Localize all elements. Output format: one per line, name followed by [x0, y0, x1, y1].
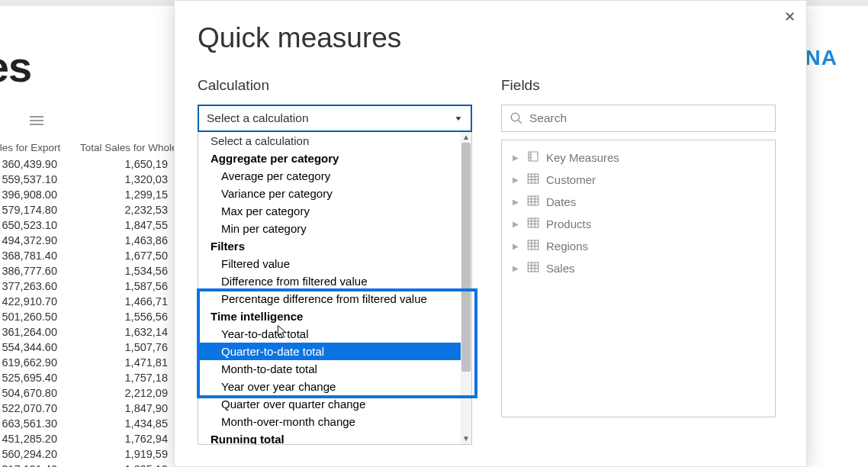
svg-rect-2 — [529, 152, 538, 161]
dropdown-item[interactable]: Month-over-month change — [198, 413, 461, 430]
expand-icon: ▶ — [513, 242, 520, 250]
svg-rect-6 — [528, 174, 538, 183]
table-icon — [526, 194, 540, 210]
dropdown-item[interactable]: Difference from filtered value — [198, 272, 461, 290]
dropdown-item[interactable]: Filtered value — [198, 255, 461, 272]
cell: 579,174.80 — [0, 202, 80, 217]
table-row: 361,264.001,632,14 — [0, 324, 198, 340]
scroll-up-icon[interactable]: ▲ — [461, 132, 471, 143]
field-tree-item[interactable]: ▶Customer — [502, 169, 775, 191]
table-row: 525,695.401,757,18 — [0, 370, 198, 385]
dropdown-group-header: Time intelligence — [198, 308, 461, 325]
dropdown-item[interactable]: Month-to-date total — [198, 360, 461, 378]
field-label: Dates — [546, 195, 576, 208]
fields-search[interactable] — [501, 105, 776, 132]
dropdown-scrollbar[interactable]: ▲ ▼ — [461, 132, 471, 444]
svg-line-1 — [519, 121, 522, 124]
table-row: 317,191.401,805,19 — [0, 462, 198, 467]
chevron-down-icon: ▼ — [454, 114, 463, 122]
field-tree-item[interactable]: ▶Dates — [502, 191, 775, 213]
cell: 368,781.40 — [0, 248, 80, 263]
dropdown-item[interactable]: Variance per category — [198, 185, 461, 202]
fields-label: Fields — [501, 77, 776, 94]
expand-icon: ▶ — [513, 176, 520, 184]
calculation-label: Calculation — [198, 77, 472, 94]
field-label: Key Measures — [546, 151, 619, 164]
combobox-value: Select a calculation — [207, 111, 309, 125]
table-icon — [526, 238, 540, 254]
cell: 360,439.90 — [0, 156, 80, 172]
dropdown-item[interactable]: Average per category — [198, 167, 461, 185]
svg-rect-16 — [528, 218, 538, 227]
search-input[interactable] — [529, 111, 767, 125]
scroll-down-icon[interactable]: ▼ — [461, 433, 471, 444]
cell: 504,670.80 — [0, 385, 80, 401]
table-row: 619,662.901,471,81 — [0, 355, 198, 370]
cell: 663,561.30 — [0, 416, 80, 431]
field-tree-item[interactable]: ▶Regions — [502, 235, 775, 257]
calculation-section: Calculation Select a calculation ▼ Selec… — [198, 77, 472, 132]
table-row: 386,777.601,534,56 — [0, 263, 198, 279]
calculation-combobox[interactable]: Select a calculation ▼ — [198, 105, 472, 132]
table-row: 650,523.101,847,55 — [0, 217, 198, 233]
cell: 317,191.40 — [0, 462, 80, 467]
table-row: 554,344.601,507,76 — [0, 340, 198, 355]
cell: 559,537.10 — [0, 172, 80, 187]
dropdown-item[interactable]: Year-to-date total — [198, 325, 461, 343]
cell: 525,695.40 — [0, 370, 80, 385]
field-tree-item[interactable]: ▶Sales — [502, 257, 775, 279]
table-row: 560,294.201,919,59 — [0, 446, 198, 462]
cell: 396,908.00 — [0, 187, 80, 202]
table-row: 396,908.001,299,15 — [0, 187, 198, 202]
expand-icon: ▶ — [513, 264, 520, 272]
expand-icon: ▶ — [513, 220, 520, 228]
field-label: Products — [546, 217, 591, 230]
measure-icon — [526, 150, 540, 166]
dropdown-item[interactable]: Percentage difference from filtered valu… — [198, 290, 461, 308]
col-resize-handle — [29, 116, 44, 127]
dropdown-item[interactable]: Quarter over quarter change — [198, 395, 461, 413]
cell: 522,070.70 — [0, 401, 80, 416]
cell: 554,344.60 — [0, 340, 80, 355]
cell: 501,260.50 — [0, 309, 80, 324]
cell: 386,777.60 — [0, 263, 80, 279]
dropdown-placeholder[interactable]: Select a calculation — [198, 132, 461, 150]
fields-tree: ▶Key Measures▶Customer▶Dates▶Products▶Re… — [501, 140, 776, 417]
page-title-fragment: res — [0, 42, 31, 92]
field-tree-item[interactable]: ▶Key Measures — [502, 147, 775, 169]
expand-icon: ▶ — [513, 198, 520, 206]
table-icon — [526, 172, 540, 188]
table-row: 360,439.901,650,19 — [0, 156, 198, 172]
cell: 451,285.20 — [0, 431, 80, 446]
table-row: 501,260.501,556,56 — [0, 309, 198, 324]
dropdown-item[interactable]: Year over year change — [198, 378, 461, 395]
expand-icon: ▶ — [513, 153, 520, 162]
cell: 422,910.70 — [0, 294, 80, 309]
dropdown-item[interactable]: Max per category — [198, 202, 461, 220]
dropdown-group-header: Filters — [198, 237, 461, 255]
table-row: 422,910.701,466,71 — [0, 294, 198, 309]
table-row: 663,561.301,434,85 — [0, 416, 198, 431]
dropdown-item[interactable]: Min per category — [198, 220, 461, 237]
cell: 361,264.00 — [0, 324, 80, 340]
field-tree-item[interactable]: ▶Products — [502, 213, 775, 235]
scroll-thumb[interactable] — [461, 143, 471, 372]
search-icon — [510, 111, 523, 125]
table-icon — [526, 216, 540, 232]
field-label: Regions — [546, 240, 588, 253]
dropdown-group-header: Aggregate per category — [198, 150, 461, 167]
fields-section: Fields ▶Key Measures▶Customer▶Dates▶Prod… — [501, 77, 776, 417]
table-row: 522,070.701,847,90 — [0, 401, 198, 416]
table-row: 494,372.901,463,86 — [0, 233, 198, 248]
dropdown-group-header: Running total — [198, 430, 461, 444]
table-row: 451,285.201,762,94 — [0, 431, 198, 446]
svg-rect-11 — [528, 196, 538, 205]
dropdown-item[interactable]: Quarter-to-date total — [198, 343, 461, 360]
table-row: 559,537.101,320,03 — [0, 172, 198, 187]
field-label: Sales — [546, 262, 575, 275]
table-row: 579,174.802,232,53 — [0, 202, 198, 217]
svg-rect-26 — [528, 262, 538, 272]
close-icon[interactable]: ✕ — [784, 8, 796, 25]
cell: 650,523.10 — [0, 217, 80, 233]
table-row: 504,670.802,212,09 — [0, 385, 198, 401]
